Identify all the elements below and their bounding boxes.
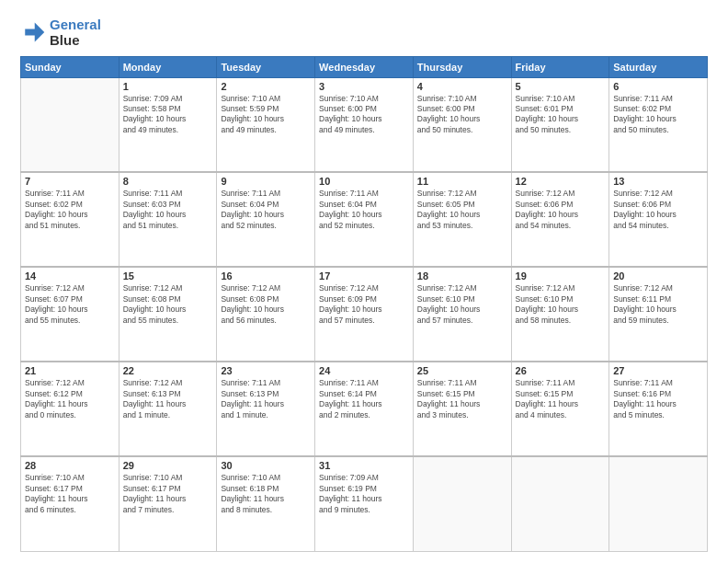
day-info: Sunrise: 7:11 AMSunset: 6:02 PMDaylight:… xyxy=(613,94,703,136)
day-info: Sunrise: 7:09 AMSunset: 6:19 PMDaylight:… xyxy=(319,473,409,515)
calendar-day-cell: 7Sunrise: 7:11 AMSunset: 6:02 PMDaylight… xyxy=(21,172,119,267)
calendar-day-cell xyxy=(609,456,708,551)
day-number: 28 xyxy=(25,460,115,471)
day-number: 11 xyxy=(417,176,507,187)
day-number: 23 xyxy=(221,365,311,376)
day-number: 9 xyxy=(221,176,311,187)
logo-icon xyxy=(20,19,46,45)
day-number: 22 xyxy=(123,365,213,376)
calendar-day-cell: 10Sunrise: 7:11 AMSunset: 6:04 PMDayligh… xyxy=(315,172,414,267)
calendar-day-cell xyxy=(21,77,119,172)
calendar-day-cell: 20Sunrise: 7:12 AMSunset: 6:11 PMDayligh… xyxy=(609,267,708,362)
weekday-header: Monday xyxy=(119,56,217,77)
calendar-day-cell: 14Sunrise: 7:12 AMSunset: 6:07 PMDayligh… xyxy=(21,267,119,362)
calendar-day-cell: 13Sunrise: 7:12 AMSunset: 6:06 PMDayligh… xyxy=(609,172,708,267)
calendar-week-row: 1Sunrise: 7:09 AMSunset: 5:58 PMDaylight… xyxy=(21,77,708,172)
day-info: Sunrise: 7:12 AMSunset: 6:06 PMDaylight:… xyxy=(613,189,703,231)
calendar-day-cell: 6Sunrise: 7:11 AMSunset: 6:02 PMDaylight… xyxy=(609,77,708,172)
day-info: Sunrise: 7:10 AMSunset: 5:59 PMDaylight:… xyxy=(221,94,311,136)
calendar-day-cell: 3Sunrise: 7:10 AMSunset: 6:00 PMDaylight… xyxy=(315,77,414,172)
page: General Blue SundayMondayTuesdayWednesda… xyxy=(0,0,728,563)
day-number: 27 xyxy=(613,365,703,376)
calendar-day-cell: 25Sunrise: 7:11 AMSunset: 6:15 PMDayligh… xyxy=(413,362,511,456)
day-info: Sunrise: 7:10 AMSunset: 6:00 PMDaylight:… xyxy=(319,94,409,136)
day-info: Sunrise: 7:10 AMSunset: 6:01 PMDaylight:… xyxy=(516,94,606,136)
calendar-day-cell: 27Sunrise: 7:11 AMSunset: 6:16 PMDayligh… xyxy=(609,362,708,456)
day-info: Sunrise: 7:12 AMSunset: 6:07 PMDaylight:… xyxy=(25,283,115,326)
weekday-header: Friday xyxy=(511,56,609,77)
calendar-week-row: 7Sunrise: 7:11 AMSunset: 6:02 PMDaylight… xyxy=(21,172,708,267)
day-number: 26 xyxy=(516,365,606,376)
calendar-day-cell: 9Sunrise: 7:11 AMSunset: 6:04 PMDaylight… xyxy=(217,172,315,267)
day-info: Sunrise: 7:11 AMSunset: 6:15 PMDaylight:… xyxy=(417,378,507,420)
day-number: 3 xyxy=(319,81,409,92)
day-number: 16 xyxy=(221,270,311,282)
weekday-header: Sunday xyxy=(21,56,119,77)
calendar-day-cell: 15Sunrise: 7:12 AMSunset: 6:08 PMDayligh… xyxy=(119,267,217,362)
logo: General Blue xyxy=(20,17,101,49)
day-info: Sunrise: 7:11 AMSunset: 6:14 PMDaylight:… xyxy=(319,378,409,420)
day-number: 7 xyxy=(25,176,115,187)
calendar-day-cell: 1Sunrise: 7:09 AMSunset: 5:58 PMDaylight… xyxy=(119,77,217,172)
day-number: 31 xyxy=(319,460,409,471)
day-number: 24 xyxy=(319,365,409,376)
weekday-header: Wednesday xyxy=(315,56,414,77)
calendar-week-row: 28Sunrise: 7:10 AMSunset: 6:17 PMDayligh… xyxy=(21,456,708,551)
calendar-header-row: SundayMondayTuesdayWednesdayThursdayFrid… xyxy=(21,56,708,77)
day-info: Sunrise: 7:12 AMSunset: 6:08 PMDaylight:… xyxy=(221,283,311,326)
calendar-day-cell: 19Sunrise: 7:12 AMSunset: 6:10 PMDayligh… xyxy=(511,267,609,362)
day-number: 29 xyxy=(123,460,213,471)
day-info: Sunrise: 7:12 AMSunset: 6:12 PMDaylight:… xyxy=(25,378,115,420)
day-number: 15 xyxy=(123,270,213,282)
calendar-day-cell: 29Sunrise: 7:10 AMSunset: 6:17 PMDayligh… xyxy=(119,456,217,551)
day-number: 14 xyxy=(25,270,115,282)
day-info: Sunrise: 7:10 AMSunset: 6:17 PMDaylight:… xyxy=(123,473,213,515)
calendar-day-cell: 4Sunrise: 7:10 AMSunset: 6:00 PMDaylight… xyxy=(413,77,511,172)
day-number: 5 xyxy=(516,81,606,92)
calendar-day-cell: 12Sunrise: 7:12 AMSunset: 6:06 PMDayligh… xyxy=(511,172,609,267)
calendar-day-cell: 23Sunrise: 7:11 AMSunset: 6:13 PMDayligh… xyxy=(217,362,315,456)
calendar-day-cell: 31Sunrise: 7:09 AMSunset: 6:19 PMDayligh… xyxy=(315,456,414,551)
day-info: Sunrise: 7:10 AMSunset: 6:17 PMDaylight:… xyxy=(25,473,115,515)
day-number: 20 xyxy=(613,270,703,282)
day-info: Sunrise: 7:12 AMSunset: 6:10 PMDaylight:… xyxy=(417,283,507,326)
day-number: 19 xyxy=(516,270,606,282)
day-info: Sunrise: 7:11 AMSunset: 6:02 PMDaylight:… xyxy=(25,189,115,231)
logo-text: General Blue xyxy=(50,17,101,49)
day-info: Sunrise: 7:11 AMSunset: 6:03 PMDaylight:… xyxy=(123,189,213,231)
day-info: Sunrise: 7:11 AMSunset: 6:15 PMDaylight:… xyxy=(516,378,606,420)
day-number: 17 xyxy=(319,270,409,282)
day-info: Sunrise: 7:12 AMSunset: 6:13 PMDaylight:… xyxy=(123,378,213,420)
calendar-day-cell xyxy=(413,456,511,551)
day-number: 4 xyxy=(417,81,507,92)
day-number: 10 xyxy=(319,176,409,187)
calendar: SundayMondayTuesdayWednesdayThursdayFrid… xyxy=(20,56,708,553)
day-info: Sunrise: 7:12 AMSunset: 6:11 PMDaylight:… xyxy=(613,283,703,326)
calendar-day-cell: 30Sunrise: 7:10 AMSunset: 6:18 PMDayligh… xyxy=(217,456,315,551)
calendar-day-cell: 24Sunrise: 7:11 AMSunset: 6:14 PMDayligh… xyxy=(315,362,414,456)
weekday-header: Thursday xyxy=(413,56,511,77)
day-info: Sunrise: 7:12 AMSunset: 6:06 PMDaylight:… xyxy=(516,189,606,231)
day-number: 18 xyxy=(417,270,507,282)
day-info: Sunrise: 7:12 AMSunset: 6:08 PMDaylight:… xyxy=(123,283,213,326)
calendar-week-row: 14Sunrise: 7:12 AMSunset: 6:07 PMDayligh… xyxy=(21,267,708,362)
day-info: Sunrise: 7:11 AMSunset: 6:04 PMDaylight:… xyxy=(221,189,311,231)
day-number: 1 xyxy=(123,81,213,92)
day-info: Sunrise: 7:09 AMSunset: 5:58 PMDaylight:… xyxy=(123,94,213,136)
day-number: 8 xyxy=(123,176,213,187)
day-number: 30 xyxy=(221,460,311,471)
calendar-day-cell xyxy=(511,456,609,551)
calendar-day-cell: 8Sunrise: 7:11 AMSunset: 6:03 PMDaylight… xyxy=(119,172,217,267)
day-info: Sunrise: 7:10 AMSunset: 6:00 PMDaylight:… xyxy=(417,94,507,136)
day-info: Sunrise: 7:10 AMSunset: 6:18 PMDaylight:… xyxy=(221,473,311,515)
day-number: 6 xyxy=(613,81,703,92)
calendar-day-cell: 26Sunrise: 7:11 AMSunset: 6:15 PMDayligh… xyxy=(511,362,609,456)
day-info: Sunrise: 7:11 AMSunset: 6:13 PMDaylight:… xyxy=(221,378,311,420)
calendar-day-cell: 22Sunrise: 7:12 AMSunset: 6:13 PMDayligh… xyxy=(119,362,217,456)
day-info: Sunrise: 7:11 AMSunset: 6:16 PMDaylight:… xyxy=(613,378,703,420)
weekday-header: Saturday xyxy=(609,56,708,77)
day-number: 12 xyxy=(516,176,606,187)
day-info: Sunrise: 7:12 AMSunset: 6:10 PMDaylight:… xyxy=(516,283,606,326)
day-number: 13 xyxy=(613,176,703,187)
calendar-week-row: 21Sunrise: 7:12 AMSunset: 6:12 PMDayligh… xyxy=(21,362,708,456)
